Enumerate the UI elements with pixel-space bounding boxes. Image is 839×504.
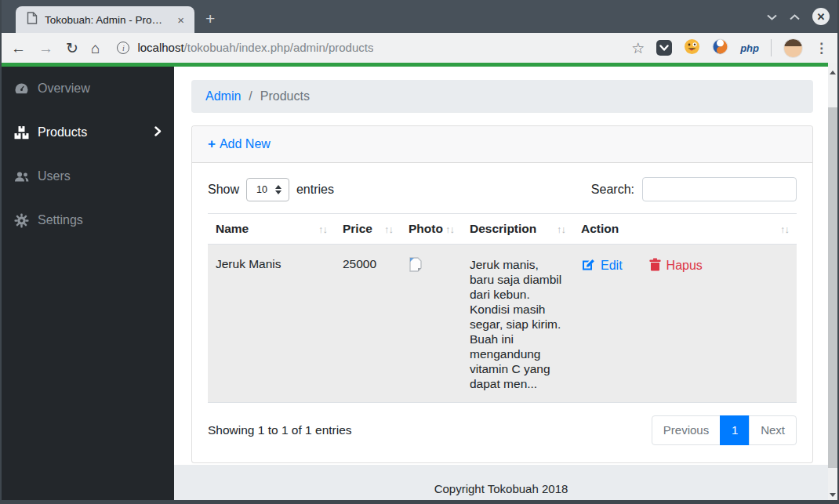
- browser-toolbar: ← → ↻ ⌂ i localhost/tokobuah/index.php/a…: [2, 33, 837, 63]
- browser-tab[interactable]: Tokobuah: Admin - Products ×: [16, 6, 194, 33]
- sidebar-item-overview[interactable]: Overview: [2, 73, 174, 104]
- cell-actions: Edit Hapus: [573, 245, 797, 403]
- breadcrumb-current: Products: [260, 89, 310, 103]
- scrollbar-down-arrow-icon[interactable]: [828, 489, 837, 500]
- card-body: Show 10 entries Search:: [192, 163, 812, 462]
- admin-sidebar: Overview Products Users: [2, 67, 174, 500]
- window-maximize-icon[interactable]: [790, 9, 800, 24]
- scrollbar-thumb[interactable]: [828, 107, 837, 468]
- swirl-extension-icon[interactable]: [712, 38, 728, 58]
- column-header-description[interactable]: Description↑↓: [462, 214, 573, 245]
- trash-icon: [649, 258, 661, 274]
- forward-icon[interactable]: →: [38, 41, 53, 56]
- sidebar-item-products[interactable]: Products: [2, 117, 174, 148]
- pagination-next-button[interactable]: Next: [749, 415, 797, 445]
- window-minimize-icon[interactable]: [767, 9, 777, 24]
- edit-button[interactable]: Edit: [581, 257, 623, 274]
- select-caret-icon: [275, 185, 281, 194]
- sidebar-item-label: Overview: [38, 82, 90, 96]
- sort-icon: ↑↓: [384, 223, 393, 235]
- url-host: localhost: [137, 41, 183, 54]
- sidebar-item-users[interactable]: Users: [2, 161, 174, 192]
- column-header-action[interactable]: Action↑↓: [573, 214, 797, 245]
- copyright-text: Copyright Tokobuah 2018: [434, 482, 568, 495]
- settings-icon: [14, 213, 29, 228]
- sidebar-item-label: Products: [38, 125, 87, 140]
- table-info-text: Showing 1 to 1 of 1 entries: [208, 423, 352, 437]
- reload-icon[interactable]: ↻: [66, 41, 78, 56]
- site-info-icon[interactable]: i: [117, 42, 129, 54]
- profile-avatar[interactable]: [783, 38, 803, 58]
- sidebar-item-label: Users: [38, 169, 71, 183]
- tab-close-icon[interactable]: ×: [175, 13, 187, 27]
- emoji-extension-icon[interactable]: [684, 38, 700, 58]
- broken-image-icon: [409, 262, 423, 275]
- breadcrumb-admin-link[interactable]: Admin: [205, 89, 241, 103]
- page-favicon-icon: [27, 12, 38, 27]
- sort-icon: ↑↓: [445, 223, 454, 235]
- toolbar-extensions: ☆ php ⋮: [631, 38, 828, 58]
- column-header-name[interactable]: Name↑↓: [208, 214, 335, 245]
- page-footer: Copyright Tokobuah 2018: [174, 465, 828, 500]
- toolbar-separator: [771, 39, 772, 56]
- home-icon[interactable]: ⌂: [91, 41, 100, 56]
- window-close-icon[interactable]: ✕: [812, 8, 830, 25]
- products-icon: [14, 125, 29, 140]
- dashboard-icon: [14, 82, 29, 96]
- products-card: + Add New Show 10 e: [191, 125, 813, 463]
- window-controls: ✕: [767, 8, 830, 25]
- page-scrollbar[interactable]: [828, 67, 837, 500]
- browser-window: Tokobuah: Admin - Products × + ✕ ← → ↻ ⌂…: [0, 0, 839, 504]
- page-length-select[interactable]: 10: [246, 178, 289, 201]
- tab-title: Tokobuah: Admin - Products: [45, 14, 168, 26]
- php-extension-icon[interactable]: php: [740, 42, 759, 54]
- column-header-price[interactable]: Price↑↓: [335, 214, 401, 245]
- tab-strip: Tokobuah: Admin - Products × + ✕: [2, 0, 837, 33]
- sort-icon: ↑↓: [318, 223, 327, 235]
- products-table: Name↑↓ Price↑↓ Photo↑↓ Description↑↓ Act…: [208, 213, 797, 403]
- sort-icon: ↑↓: [557, 223, 565, 235]
- cell-description: Jeruk manis, baru saja diambil dari kebu…: [462, 245, 573, 403]
- show-label: Show: [208, 183, 239, 197]
- column-header-photo[interactable]: Photo↑↓: [401, 214, 462, 245]
- address-bar[interactable]: i localhost/tokobuah/index.php/admin/pro…: [117, 41, 619, 55]
- users-icon: [14, 169, 29, 184]
- breadcrumb-separator: /: [249, 89, 252, 103]
- sidebar-item-settings[interactable]: Settings: [2, 205, 174, 236]
- plus-icon: +: [208, 136, 216, 152]
- window-bottom-frame: [2, 500, 837, 504]
- page-length-control: Show 10 entries: [208, 178, 334, 201]
- sort-icon: ↑↓: [780, 223, 789, 235]
- scrollbar-up-arrow-icon[interactable]: [828, 67, 837, 78]
- pagination-page-1-button[interactable]: 1: [720, 415, 750, 445]
- add-new-button[interactable]: + Add New: [208, 136, 271, 152]
- chevron-right-icon: [154, 125, 162, 140]
- search-label: Search:: [591, 183, 634, 197]
- main-content: Admin / Products + Add New Sh: [174, 67, 828, 465]
- cell-name: Jeruk Manis: [208, 245, 335, 403]
- bookmark-star-icon[interactable]: ☆: [631, 39, 645, 57]
- sidebar-item-label: Settings: [38, 213, 83, 227]
- card-header: + Add New: [192, 126, 812, 163]
- new-tab-button[interactable]: +: [205, 10, 215, 27]
- table-row: Jeruk Manis 25000 Jeruk manis, baru saja…: [208, 245, 797, 403]
- edit-pencil-icon: [581, 257, 595, 274]
- pocket-extension-icon[interactable]: [656, 40, 672, 56]
- browser-menu-icon[interactable]: ⋮: [815, 40, 828, 56]
- breadcrumb: Admin / Products: [191, 80, 813, 113]
- entries-label: entries: [296, 183, 334, 197]
- delete-button[interactable]: Hapus: [649, 258, 703, 274]
- search-control: Search:: [591, 177, 797, 201]
- cell-photo: [401, 245, 462, 403]
- back-icon[interactable]: ←: [11, 41, 26, 56]
- url-path: /tokobuah/index.php/admin/products: [184, 41, 374, 54]
- pagination: Previous 1 Next: [652, 415, 797, 445]
- pagination-previous-button[interactable]: Previous: [652, 415, 721, 445]
- cell-price: 25000: [335, 245, 401, 403]
- search-input[interactable]: [642, 177, 797, 201]
